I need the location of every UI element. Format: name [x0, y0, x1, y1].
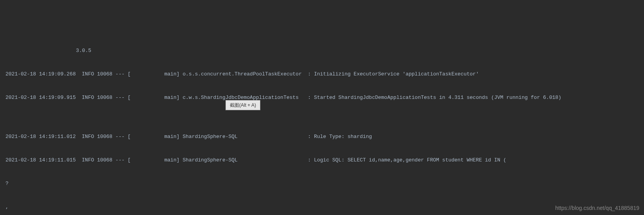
log-line: 2021-02-18 14:19:11.012 INFO 10068 --- [… [5, 133, 644, 141]
log-line: ? [5, 180, 644, 188]
screenshot-tooltip: 截图(Alt + A) [225, 100, 260, 110]
console-log-output: 3.0.5 2021-02-18 14:19:09.268 INFO 10068… [0, 31, 644, 215]
log-line: 2021-02-18 14:19:11.015 INFO 10068 --- [… [5, 156, 644, 164]
log-line: , [5, 203, 644, 211]
log-line: 2021-02-18 14:19:09.268 INFO 10068 --- [… [5, 70, 644, 78]
log-line: 2021-02-18 14:19:09.915 INFO 10068 --- [… [5, 94, 644, 102]
version-text: 3.0.5 [5, 47, 644, 55]
watermark-text: https://blog.csdn.net/qq_41885819 [555, 204, 639, 212]
